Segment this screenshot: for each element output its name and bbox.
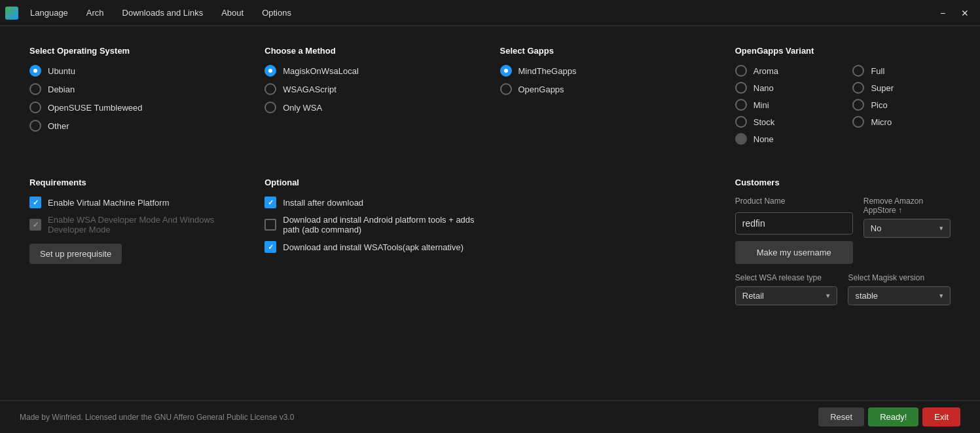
opengapps-grid: Aroma Full Nano Super Mini Pico xyxy=(735,65,951,145)
gapps-opengapps-radio[interactable] xyxy=(500,83,512,95)
og-full[interactable]: Full xyxy=(852,65,951,77)
os-opensuse-radio[interactable] xyxy=(29,102,41,113)
opt-wsatools[interactable]: Download and install WSATools(apk altern… xyxy=(264,241,480,253)
customers-title: Customers xyxy=(735,178,951,187)
og-super-radio[interactable] xyxy=(852,82,864,94)
os-section-title: Select Operating System xyxy=(29,46,245,56)
gapps-opengapps[interactable]: OpenGapps xyxy=(500,83,716,95)
req-wsa-dev[interactable]: Enable WSA Developer Mode And Windows De… xyxy=(29,215,245,235)
os-debian[interactable]: Debian xyxy=(29,83,245,95)
requirements-check-group: Enable Virtual Machine Platform Enable W… xyxy=(29,197,245,235)
customers-section: Customers Product Name Make my username … xyxy=(725,171,960,312)
opengapps-section-title: OpenGapps Variant xyxy=(735,46,951,56)
optional-title: Optional xyxy=(264,178,480,187)
reset-button[interactable]: Reset xyxy=(818,407,864,426)
og-mini-radio[interactable] xyxy=(735,99,747,111)
method-magisk[interactable]: MagiskOnWsaLocal xyxy=(264,65,480,77)
og-none-radio[interactable] xyxy=(735,133,747,145)
opt-adb[interactable]: Download and install Android platform to… xyxy=(264,215,480,235)
og-full-radio[interactable] xyxy=(852,65,864,77)
og-full-label: Full xyxy=(871,66,884,76)
opt-wsatools-checkbox[interactable] xyxy=(264,241,276,253)
method-onlywsa[interactable]: Only WSA xyxy=(264,102,480,113)
gapps-section-title: Select Gapps xyxy=(500,46,716,56)
req-vmp-checkbox[interactable] xyxy=(29,197,41,208)
footer: Made by Winfried. Licensed under the GNU… xyxy=(0,400,980,433)
method-section: Choose a Method MagiskOnWsaLocal WSAGASc… xyxy=(255,39,490,151)
method-wsaga-radio[interactable] xyxy=(264,83,276,95)
os-opensuse[interactable]: OpenSUSE Tumbleweed xyxy=(29,102,245,113)
opt-install-after[interactable]: Install after download xyxy=(264,197,480,208)
og-nano-label: Nano xyxy=(753,83,774,93)
os-other-radio[interactable] xyxy=(29,120,41,132)
remove-amazon-label: Remove Amazon AppStore ↑ xyxy=(863,197,951,215)
os-ubuntu-radio[interactable] xyxy=(29,65,41,77)
ready-button[interactable]: Ready! xyxy=(868,407,918,426)
og-aroma[interactable]: Aroma xyxy=(735,65,833,77)
set-prereq-button[interactable]: Set up prerequisite xyxy=(29,244,122,264)
menu-options[interactable]: Options xyxy=(254,5,299,20)
og-none[interactable]: None xyxy=(735,133,833,145)
app-icon xyxy=(5,7,18,20)
os-debian-radio[interactable] xyxy=(29,83,41,95)
og-none-label: None xyxy=(753,134,774,144)
gapps-mindthegapps[interactable]: MindTheGapps xyxy=(500,65,716,77)
bottom-section: Requirements Enable Virtual Machine Plat… xyxy=(0,164,980,318)
wsa-release-dropdown[interactable]: Retail ▾ xyxy=(735,286,838,305)
wsa-release-value: Retail xyxy=(742,291,764,301)
os-radio-group: Ubuntu Debian OpenSUSE Tumbleweed Other xyxy=(29,65,245,132)
req-wsadev-label: Enable WSA Developer Mode And Windows De… xyxy=(48,215,245,235)
magisk-dropdown[interactable]: stable ▾ xyxy=(848,286,951,305)
og-nano-radio[interactable] xyxy=(735,82,747,94)
menu-downloads[interactable]: Downloads and Links xyxy=(115,5,211,20)
exit-button[interactable]: Exit xyxy=(922,407,960,426)
opt-install-checkbox[interactable] xyxy=(264,197,276,208)
method-onlywsa-radio[interactable] xyxy=(264,102,276,113)
og-stock[interactable]: Stock xyxy=(735,116,833,128)
opengapps-section: OpenGapps Variant Aroma Full Nano Super … xyxy=(725,39,960,151)
og-nano[interactable]: Nano xyxy=(735,82,833,94)
product-name-input[interactable] xyxy=(735,212,853,235)
os-ubuntu-label: Ubuntu xyxy=(48,66,75,76)
method-wsaga[interactable]: WSAGAScript xyxy=(264,83,480,95)
menu-arch[interactable]: Arch xyxy=(79,5,112,20)
opt-wsatools-label: Download and install WSATools(apk altern… xyxy=(283,242,463,252)
req-vmp[interactable]: Enable Virtual Machine Platform xyxy=(29,197,245,208)
make-username-button[interactable]: Make my username xyxy=(735,241,853,264)
og-super-label: Super xyxy=(871,83,894,93)
og-stock-label: Stock xyxy=(753,117,775,127)
opt-install-label: Install after download xyxy=(283,198,363,208)
og-super[interactable]: Super xyxy=(852,82,951,94)
menu-about[interactable]: About xyxy=(213,5,251,20)
titlebar: Language Arch Downloads and Links About … xyxy=(0,0,980,26)
gapps-radio-group: MindTheGapps OpenGapps xyxy=(500,65,716,95)
os-ubuntu[interactable]: Ubuntu xyxy=(29,65,245,77)
method-magisk-radio[interactable] xyxy=(264,65,276,77)
top-section: Select Operating System Ubuntu Debian Op… xyxy=(0,26,980,164)
og-mini-label: Mini xyxy=(753,100,769,110)
remove-amazon-dropdown[interactable]: No ▾ xyxy=(863,219,951,238)
og-aroma-label: Aroma xyxy=(753,66,778,76)
gapps-mindthegapps-label: MindTheGapps xyxy=(518,66,577,76)
os-other[interactable]: Other xyxy=(29,120,245,132)
method-magisk-label: MagiskOnWsaLocal xyxy=(283,66,359,76)
method-wsaga-label: WSAGAScript xyxy=(283,85,336,94)
menu-language[interactable]: Language xyxy=(22,5,76,20)
gapps-mindthegapps-radio[interactable] xyxy=(500,65,512,77)
og-mini[interactable]: Mini xyxy=(735,99,833,111)
minimize-button[interactable]: − xyxy=(933,5,953,21)
og-micro-radio[interactable] xyxy=(852,116,864,128)
os-section: Select Operating System Ubuntu Debian Op… xyxy=(20,39,255,151)
og-micro-label: Micro xyxy=(871,117,892,127)
req-vmp-label: Enable Virtual Machine Platform xyxy=(48,198,169,208)
og-pico-radio[interactable] xyxy=(852,99,864,111)
close-button[interactable]: ✕ xyxy=(955,5,975,21)
req-wsadev-checkbox[interactable] xyxy=(29,219,41,231)
og-aroma-radio[interactable] xyxy=(735,65,747,77)
method-onlywsa-label: Only WSA xyxy=(283,103,322,113)
og-stock-radio[interactable] xyxy=(735,116,747,128)
opt-adb-checkbox[interactable] xyxy=(264,219,276,231)
og-pico[interactable]: Pico xyxy=(852,99,951,111)
og-micro[interactable]: Micro xyxy=(852,116,951,128)
magisk-col: Select Magisk version stable ▾ xyxy=(848,273,951,305)
